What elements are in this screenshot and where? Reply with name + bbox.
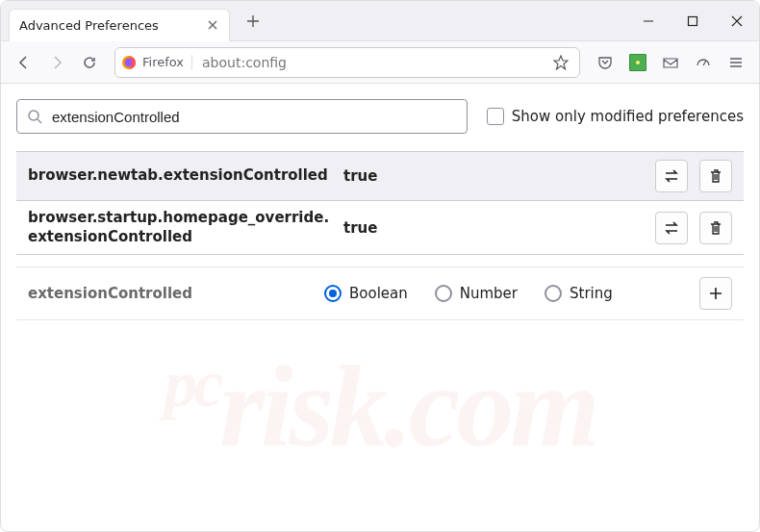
svg-point-3: [636, 61, 640, 64]
navigation-toolbar: Firefox about:config: [1, 41, 759, 84]
search-input[interactable]: [52, 109, 457, 125]
pref-value: true: [343, 167, 644, 185]
identity-box[interactable]: Firefox: [121, 55, 192, 70]
delete-button[interactable]: [699, 160, 732, 192]
checkbox-icon: [487, 108, 504, 125]
toggle-button[interactable]: [655, 212, 688, 244]
identity-label: Firefox: [142, 55, 184, 69]
trash-icon: [708, 168, 723, 184]
bookmark-star-icon[interactable]: [548, 50, 573, 75]
swap-icon: [663, 167, 680, 185]
config-content: Show only modified preferences browser.n…: [1, 84, 759, 336]
pref-name: browser.newtab.extensionControlled: [28, 166, 336, 186]
swap-icon: [663, 219, 680, 237]
add-button[interactable]: [699, 277, 732, 310]
new-pref-name: extensionControlled: [28, 285, 317, 302]
menu-icon[interactable]: [721, 47, 751, 78]
pref-row[interactable]: browser.newtab.extensionControlled true: [16, 152, 744, 201]
close-window-button[interactable]: [715, 1, 759, 41]
new-pref-row: extensionControlled Boolean Number Strin…: [16, 266, 744, 320]
delete-button[interactable]: [699, 212, 732, 244]
mail-icon[interactable]: [655, 47, 686, 78]
close-tab-icon[interactable]: [206, 18, 219, 32]
watermark: pcrisk.com: [1, 341, 759, 473]
back-button[interactable]: [9, 47, 39, 78]
browser-tab[interactable]: Advanced Preferences: [9, 9, 230, 41]
pref-row[interactable]: browser.startup.homepage_override.extens…: [16, 201, 744, 255]
dashboard-icon[interactable]: [688, 47, 719, 78]
pref-value: true: [343, 219, 644, 237]
radio-label: Boolean: [349, 285, 408, 302]
pocket-icon[interactable]: [590, 47, 621, 78]
url-text[interactable]: about:config: [198, 55, 543, 70]
toggle-button[interactable]: [655, 160, 688, 192]
trash-icon: [708, 220, 723, 236]
type-radio-group: Boolean Number String: [324, 285, 688, 302]
search-icon: [27, 109, 42, 124]
radio-icon: [435, 285, 452, 302]
modified-only-checkbox[interactable]: Show only modified preferences: [487, 108, 744, 125]
svg-rect-0: [689, 16, 697, 25]
results-table: browser.newtab.extensionControlled true …: [16, 151, 744, 255]
radio-label: Number: [460, 285, 518, 302]
search-row: Show only modified preferences: [16, 99, 744, 134]
plus-icon: [708, 286, 723, 301]
reload-button[interactable]: [74, 47, 105, 78]
radio-number[interactable]: Number: [435, 285, 518, 302]
firefox-logo-icon: [121, 55, 137, 70]
radio-icon: [324, 285, 342, 302]
radio-icon: [545, 285, 562, 302]
radio-string[interactable]: String: [545, 285, 613, 302]
new-tab-button[interactable]: [240, 8, 266, 35]
search-box[interactable]: [16, 99, 468, 134]
radio-label: String: [570, 285, 613, 302]
window-controls: [626, 1, 759, 41]
forward-button[interactable]: [41, 47, 72, 78]
maximize-button[interactable]: [671, 1, 715, 41]
svg-point-4: [29, 111, 38, 120]
pref-name: browser.startup.homepage_override.extens…: [28, 209, 336, 246]
url-bar[interactable]: Firefox about:config: [114, 47, 580, 78]
extension-icon[interactable]: [622, 47, 653, 78]
checkbox-label: Show only modified preferences: [512, 108, 744, 125]
minimize-button[interactable]: [626, 1, 671, 41]
tab-title: Advanced Preferences: [19, 18, 206, 33]
radio-boolean[interactable]: Boolean: [324, 285, 408, 302]
titlebar: Advanced Preferences: [1, 1, 759, 41]
